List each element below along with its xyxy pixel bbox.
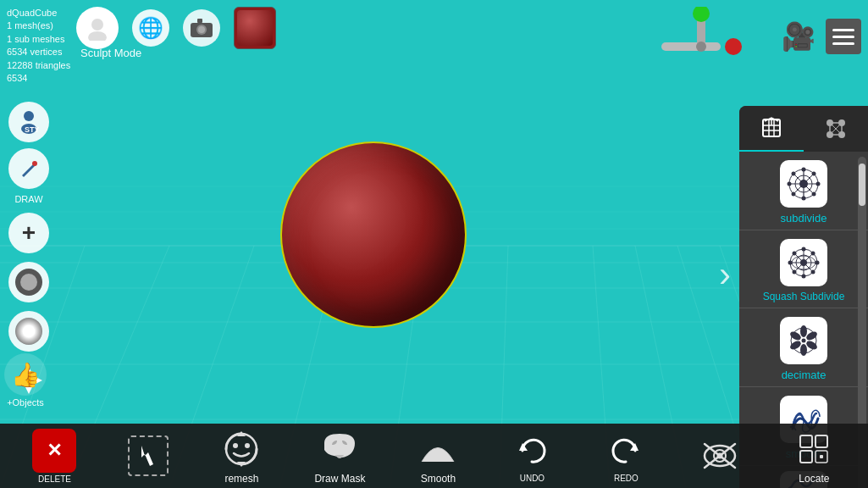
draw-tool-button[interactable] xyxy=(8,148,49,189)
draw-label: DRAW xyxy=(14,194,42,204)
decimate-button[interactable]: decimate xyxy=(739,308,868,387)
redo-button[interactable]: REDO xyxy=(605,430,647,483)
vertex-count: 6534 vertices xyxy=(7,46,70,58)
draw-mask-label: Draw Mask xyxy=(314,473,365,485)
subdivide-label: subdivide xyxy=(781,212,827,225)
svg-point-70 xyxy=(792,172,796,176)
svg-point-34 xyxy=(32,161,37,166)
bottom-toolbar: ✕ DELETE xyxy=(0,424,868,488)
svg-point-29 xyxy=(725,38,742,55)
undo-label: UNDO xyxy=(520,474,545,483)
svg-rect-111 xyxy=(800,435,812,447)
panel-tab-cube[interactable] xyxy=(739,106,804,152)
sub-mesh-count: 1 sub meshes xyxy=(7,33,70,46)
delete-button[interactable]: ✕ DELETE xyxy=(32,429,76,484)
svg-point-97 xyxy=(802,339,806,343)
remesh-label: remesh xyxy=(224,473,258,485)
svg-rect-115 xyxy=(820,455,823,458)
mesh-count: 1 mesh(es) xyxy=(7,19,70,32)
svg-point-84 xyxy=(788,261,793,265)
svg-point-85 xyxy=(811,252,815,256)
svg-point-71 xyxy=(792,192,796,197)
viewport: dQuadCube 1 mesh(es) 1 sub meshes 6534 v… xyxy=(0,0,868,488)
stym-icon[interactable]: STY xyxy=(8,102,49,142)
squash-subdivide-button[interactable]: Squash Subdivide xyxy=(739,230,868,308)
svg-point-87 xyxy=(793,270,797,274)
transform-gizmo xyxy=(653,7,763,66)
top-toolbar: 🌐 xyxy=(76,7,276,49)
top-right-toolbar: 🎥 xyxy=(653,7,861,66)
svg-point-21 xyxy=(88,31,107,41)
svg-point-93 xyxy=(800,344,807,356)
mesh-value: 6534 xyxy=(7,72,70,85)
svg-point-69 xyxy=(812,172,816,176)
svg-point-66 xyxy=(816,182,821,186)
mesh-thumbnail[interactable] xyxy=(234,7,276,49)
svg-point-101 xyxy=(245,443,250,448)
svg-point-88 xyxy=(811,270,815,274)
svg-point-67 xyxy=(802,197,806,201)
svg-text:STY: STY xyxy=(25,125,40,134)
panel-expand-arrow[interactable]: › xyxy=(719,254,731,295)
mesh-info: dQuadCube 1 mesh(es) 1 sub meshes 6534 v… xyxy=(7,7,70,85)
svg-rect-113 xyxy=(800,451,812,463)
svg-point-72 xyxy=(812,192,816,197)
svg-point-20 xyxy=(91,19,103,30)
svg-point-65 xyxy=(802,168,806,172)
svg-point-81 xyxy=(802,247,806,252)
panel-scrollbar-thumb[interactable] xyxy=(859,164,865,206)
subdivide-button[interactable]: subdivide xyxy=(739,152,868,230)
svg-point-100 xyxy=(233,443,238,448)
svg-point-31 xyxy=(24,111,34,121)
add-tool-button[interactable]: + xyxy=(8,213,49,253)
hide-button[interactable] xyxy=(699,435,741,477)
video-camera-icon[interactable]: 🎥 xyxy=(782,20,815,53)
camera-icon[interactable] xyxy=(183,9,220,47)
globe-icon[interactable]: 🌐 xyxy=(132,9,169,47)
remesh-button[interactable]: remesh xyxy=(220,428,263,485)
svg-point-30 xyxy=(696,42,706,52)
svg-rect-26 xyxy=(661,42,721,51)
add-objects-label: +Objects xyxy=(7,397,44,408)
smooth-bottom-button[interactable]: Smooth xyxy=(417,428,459,485)
delete-label: DELETE xyxy=(38,474,71,484)
undo-button[interactable]: UNDO xyxy=(511,430,553,483)
locate-label: Locate xyxy=(799,473,829,485)
3d-sphere xyxy=(280,141,467,328)
triangle-count: 12288 triangles xyxy=(7,59,70,72)
locate-button[interactable]: Locate xyxy=(793,428,835,485)
svg-point-28 xyxy=(693,7,710,22)
decimate-icon xyxy=(780,317,827,364)
svg-point-90 xyxy=(800,325,807,337)
circle-tool-button[interactable] xyxy=(8,262,49,302)
subdivide-icon xyxy=(780,160,827,208)
hamburger-menu-button[interactable] xyxy=(826,19,861,54)
svg-point-68 xyxy=(788,182,792,186)
svg-point-24 xyxy=(198,26,205,33)
add-objects-button[interactable]: 👍 +Objects xyxy=(4,353,47,408)
squash-subdivide-label: Squash Subdivide xyxy=(763,291,845,302)
app-title: dQuadCube xyxy=(7,7,70,19)
profile-icon[interactable] xyxy=(76,7,119,49)
blur-tool-button[interactable] xyxy=(8,311,49,352)
smooth-bottom-label: Smooth xyxy=(421,473,456,485)
svg-rect-25 xyxy=(197,19,202,23)
svg-marker-98 xyxy=(141,446,153,466)
svg-point-82 xyxy=(815,261,820,265)
decimate-label: decimate xyxy=(782,369,827,381)
panel-tab-nodes[interactable] xyxy=(804,106,868,152)
svg-rect-112 xyxy=(815,435,827,447)
squash-subdivide-icon xyxy=(780,239,827,286)
panel-tabs xyxy=(739,106,868,152)
svg-point-83 xyxy=(802,274,806,279)
draw-mask-button[interactable]: Draw Mask xyxy=(314,428,365,485)
redo-label: REDO xyxy=(614,474,639,483)
select-tool-button[interactable] xyxy=(128,435,169,476)
svg-point-86 xyxy=(793,252,797,256)
